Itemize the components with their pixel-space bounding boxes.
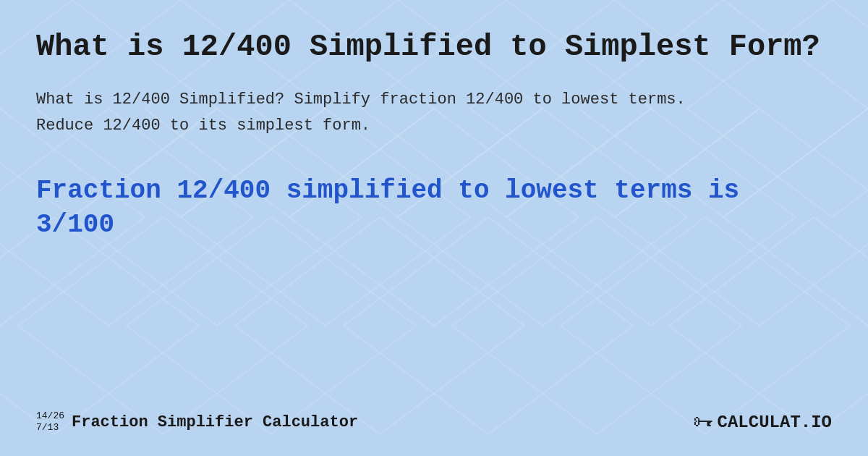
- footer: 14/26 7/13 Fraction Simplifier Calculato…: [36, 402, 832, 434]
- key-icon: 🗝: [693, 410, 713, 434]
- footer-fraction: 14/26 7/13: [36, 410, 64, 433]
- footer-logo: 🗝 CALCULAT.IO: [693, 410, 832, 434]
- footer-fraction-top: 14/26: [36, 410, 64, 422]
- footer-brand-label: Fraction Simplifier Calculator: [72, 413, 358, 431]
- logo-text: CALCULAT.IO: [718, 413, 832, 432]
- result-section: Fraction 12/400 simplified to lowest ter…: [36, 174, 832, 402]
- result-title: Fraction 12/400 simplified to lowest ter…: [36, 174, 832, 242]
- page-title: What is 12/400 Simplified to Simplest Fo…: [36, 29, 832, 65]
- footer-fraction-bottom: 7/13: [36, 422, 64, 434]
- description-text: What is 12/400 Simplified? Simplify frac…: [36, 87, 687, 138]
- footer-left: 14/26 7/13 Fraction Simplifier Calculato…: [36, 410, 358, 433]
